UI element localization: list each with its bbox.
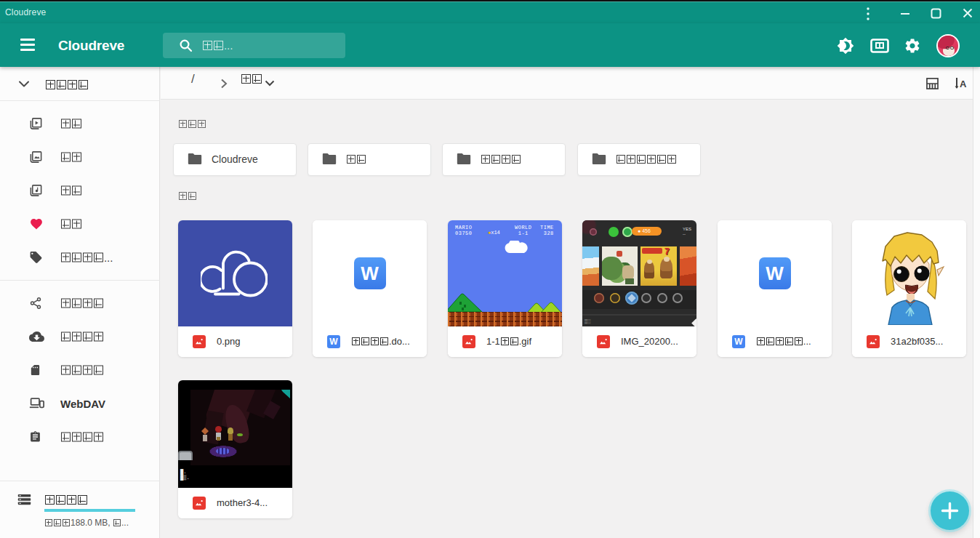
svg-text:A: A (960, 79, 967, 89)
